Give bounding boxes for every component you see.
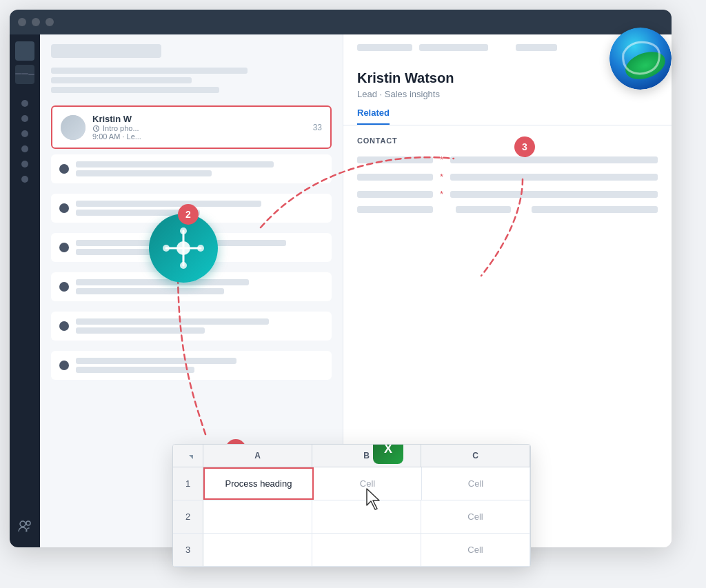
required-star-3: * [440,189,443,199]
home-icon [19,45,30,57]
row-num-3: 3 [173,534,203,566]
row-num-2: 2 [173,500,203,533]
dot-4 [59,282,69,292]
excel-row-1: 1 Process heading Cell Cell [173,467,530,500]
generic-row-1[interactable] [51,154,332,183]
list-item-badge: 33 [313,123,322,132]
detail-subtitle: Lead · Sales insights [357,89,658,99]
network-hub-icon [149,214,218,283]
sidebar-icon-home[interactable] [15,41,34,61]
cell-a2[interactable] [203,500,312,533]
form-value-2[interactable] [450,174,658,181]
row-content-4 [76,279,323,294]
cell-b1-value: Cell [360,478,375,489]
svg-point-1 [20,521,26,527]
excel-app-icon: X [373,444,403,464]
form-row-4 [357,206,658,213]
form-row-1: * [357,154,658,165]
dot-1 [59,164,69,174]
row-num-1: 1 [173,467,203,500]
cell-a3[interactable] [203,534,312,566]
top-text-area [51,68,332,93]
tab-related[interactable]: Related [357,108,390,125]
dot-6 [59,361,69,370]
dot-3 [59,243,69,252]
excel-header-row: A B C [173,445,530,467]
col-header-b[interactable]: B [312,445,421,467]
badge-2: 2 [178,204,199,225]
text-row-3 [51,87,219,93]
form-value-1[interactable] [450,156,658,163]
minimize-btn[interactable] [32,18,40,26]
form-row-2: * [357,172,658,182]
cell-c3-value: Cell [467,545,483,555]
generic-row-6[interactable] [51,351,332,380]
cell-c3[interactable]: Cell [421,534,530,566]
required-star-1: * [440,154,443,165]
maximize-btn[interactable] [46,18,54,26]
title-bar [10,10,672,34]
top-bar-1 [357,44,412,51]
col-header-c[interactable]: C [421,445,530,467]
sidebar-dot-1 [21,100,28,107]
sidebar-dot-5 [21,161,28,168]
cell-a1[interactable]: Process heading [203,467,314,500]
cell-a1-value: Process heading [225,478,292,489]
panel-header-bar [51,44,161,58]
list-item-text: Kristin W Intro pho... 9:00 AM · Le... [92,114,306,141]
text-row-1 [51,68,248,74]
sidebar-dot-3 [21,130,28,137]
form-label-1 [357,156,433,163]
edge-svg [609,28,672,90]
cell-b2[interactable] [312,500,421,533]
row-text-4a [76,279,249,285]
people-icon[interactable] [15,518,34,534]
row-content-1 [76,161,323,176]
edge-browser-icon [609,28,672,90]
sidebar-icon-2[interactable] [15,65,34,84]
excel-corner [173,445,203,467]
cell-c2[interactable]: Cell [421,500,530,533]
list-item-time: 9:00 AM · Le... [92,132,306,141]
highlighted-list-item[interactable]: Kristin W Intro pho... 9:00 AM · Le... 3… [51,105,332,149]
excel-row-3: 3 Cell [173,534,530,567]
svg-point-12 [163,245,170,252]
row-content-5 [76,318,323,334]
cell-b1[interactable]: Cell [314,467,422,500]
svg-point-2 [26,521,30,525]
avatar-kristin [61,115,85,140]
form-row-3: * [357,189,658,199]
row-text-4b [76,288,224,294]
generic-row-5[interactable] [51,312,332,341]
text-row-2 [51,77,192,83]
form-value-4a[interactable] [456,206,511,213]
close-btn[interactable] [18,18,26,26]
detail-tabs: Related [357,108,658,125]
svg-point-9 [180,227,187,234]
sidebar-dot-2 [21,115,28,122]
row-text-5a [76,318,269,325]
excel-spreadsheet: X A B C 1 Process heading Cell Cell 2 Ce… [172,444,531,567]
row-text-5b [76,327,205,334]
form-label-4 [357,206,433,213]
dot-2 [59,203,69,213]
row-text-1a [76,161,274,168]
cell-b3[interactable] [312,534,421,566]
row-content-2 [76,201,323,216]
excel-x-letter: X [384,444,392,456]
col-header-a[interactable]: A [203,445,312,467]
badge-3: 3 [514,136,535,157]
top-bar-2 [419,44,488,51]
detail-body: CONTACT * * * [343,125,672,231]
row-content-6 [76,358,323,373]
form-value-3[interactable] [450,191,658,198]
cell-c1[interactable]: Cell [422,467,530,500]
row-text-1b [76,170,212,176]
required-star-2: * [440,172,443,182]
list-item-sub: Intro pho... [92,124,306,132]
list-item-name: Kristin W [92,114,306,124]
sidebar-dot-4 [21,145,28,152]
row-text-6b [76,367,194,373]
form-value-4b[interactable] [532,206,658,213]
sidebar [10,34,40,547]
